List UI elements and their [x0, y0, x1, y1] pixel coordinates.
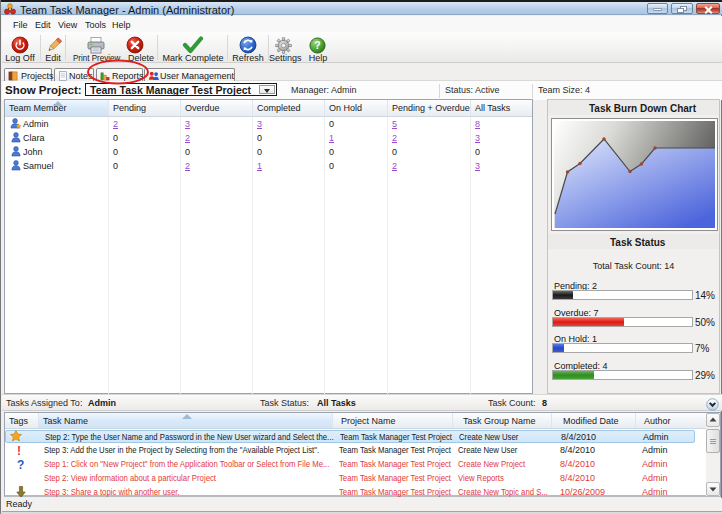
svg-text:?: ?	[314, 39, 320, 51]
